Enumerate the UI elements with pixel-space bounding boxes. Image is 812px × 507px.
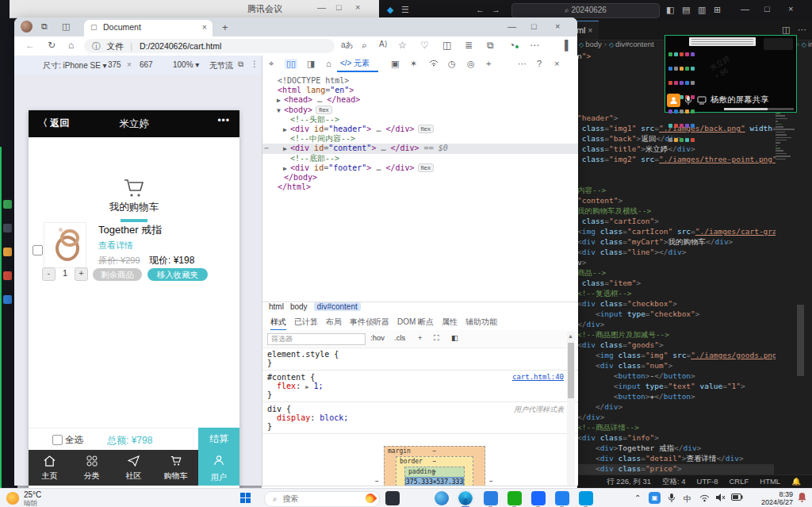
welcome-home-icon[interactable]: ⌂ xyxy=(326,59,331,68)
tab-actions-icon[interactable]: ◫ xyxy=(62,21,70,32)
remaining-goods-button[interactable]: 剩余商品 xyxy=(93,268,142,281)
more-menu-icon[interactable]: ⋯ xyxy=(530,40,539,51)
item-detail-link[interactable]: 查看详情 xyxy=(98,240,133,252)
device-width-field[interactable]: 375 xyxy=(108,60,121,69)
forward-icon[interactable]: → xyxy=(492,5,500,14)
cls-toggle[interactable]: .cls xyxy=(394,333,405,342)
tab-document[interactable]: ▢ Document × xyxy=(84,20,213,36)
styles-tab[interactable]: DOM 断点 xyxy=(397,314,434,329)
status-item[interactable]: 空格: 4 xyxy=(662,475,686,488)
desktop-icon[interactable] xyxy=(3,295,12,304)
home-icon[interactable]: ⌂ xyxy=(68,40,74,51)
styles-scrollbar[interactable]: ▲▼ xyxy=(567,332,575,486)
vscode-close-button[interactable]: × xyxy=(788,4,793,13)
tree-node[interactable]: <!DOCTYPE html> xyxy=(262,76,578,86)
devtools-close-icon[interactable]: × xyxy=(554,59,559,68)
nav-item-grid[interactable]: 分类 xyxy=(71,450,113,486)
meeting-maximize-button[interactable]: □ xyxy=(336,2,342,12)
devtools-more-icon[interactable]: ⋯ xyxy=(518,59,527,69)
desktop-icon[interactable] xyxy=(3,224,12,232)
favorite-icon[interactable]: ☆ xyxy=(398,40,407,51)
nav-item-plane[interactable]: 社区 xyxy=(113,450,155,486)
layout-split-icon[interactable]: ▥ xyxy=(698,5,706,15)
sidebar-toggle-icon[interactable]: ▐ xyxy=(561,40,569,51)
browser-minimize-button[interactable]: — xyxy=(508,21,516,31)
new-style-rule-icon[interactable]: + xyxy=(418,333,423,342)
menu-icon[interactable]: ☰ xyxy=(401,5,409,15)
notification-bell-icon[interactable] xyxy=(798,492,806,504)
breadcrumb-item[interactable]: body xyxy=(290,302,308,311)
desktop-icon[interactable] xyxy=(3,248,12,256)
desktop-icon[interactable] xyxy=(3,200,12,209)
meeting-minimize-button[interactable]: — xyxy=(317,2,326,12)
throttle-select[interactable]: 无节流 xyxy=(209,60,233,71)
box-model-diagram[interactable]: margin− border− padding− 375.333×537.333… xyxy=(348,444,519,486)
more-tools-icon[interactable]: + xyxy=(486,59,491,68)
nav-item-cart[interactable]: 购物车 xyxy=(155,450,197,486)
nav-item-home[interactable]: 主页 xyxy=(29,450,71,486)
computed-sidebar-icon[interactable]: ◧ xyxy=(451,333,458,342)
meeting-app-tray-icon[interactable]: ▣ xyxy=(649,492,661,504)
breadcrumb-item[interactable]: html xyxy=(269,302,284,311)
zoom-icon[interactable]: ⌕ xyxy=(362,40,367,51)
styles-tab[interactable]: 样式 xyxy=(270,314,286,331)
styles-tab[interactable]: 已计算 xyxy=(294,314,318,329)
battery-icon[interactable] xyxy=(731,494,743,502)
tree-node[interactable]: <!--头部--> xyxy=(262,115,578,125)
copy-page-icon[interactable]: ⧉ xyxy=(487,40,494,51)
tree-node[interactable]: ▼<body>flex xyxy=(262,106,578,115)
styles-tab[interactable]: 属性 xyxy=(442,314,458,329)
qty-input[interactable]: 1 xyxy=(59,268,71,278)
clock[interactable]: 8:392024/6/27 xyxy=(752,490,793,506)
help-icon[interactable]: ? xyxy=(537,59,542,68)
meeting-window-titlebar[interactable]: 腾讯会议 — □ × xyxy=(10,0,379,18)
essentials-icon[interactable]: ♡ xyxy=(420,40,429,51)
checkout-button[interactable]: 结算 xyxy=(198,428,239,450)
qty-minus-button[interactable]: - xyxy=(42,267,56,281)
back-icon[interactable]: ← xyxy=(25,40,35,51)
tree-node[interactable]: ⋯▶<div id="content"> … </div> == $0 xyxy=(262,144,578,153)
move-to-favorites-button[interactable]: 移入收藏夹 xyxy=(147,268,208,281)
breadcrumb-item[interactable]: img xyxy=(808,40,812,48)
split-editor-icon[interactable]: ◫ xyxy=(782,25,790,35)
elements-tree[interactable]: <!DOCTYPE html><html lang="en">▶<head> …… xyxy=(262,76,578,192)
taskbar-app-app-doc[interactable] xyxy=(531,491,546,505)
status-item[interactable]: 行 226, 列 31 xyxy=(607,475,651,488)
device-more-icon[interactable]: ⋮ xyxy=(251,60,259,68)
taskbar-app-app-green[interactable] xyxy=(508,491,522,505)
console-icon[interactable]: ▣ xyxy=(391,59,399,69)
device-height-field[interactable]: 667 xyxy=(140,60,153,69)
extensions-icon[interactable]: ◔ xyxy=(509,40,515,51)
device-toolbar-icon[interactable]: ▯▯ xyxy=(285,59,297,69)
taskbar-app-browser-e[interactable] xyxy=(435,491,449,505)
breadcrumb-item[interactable]: body xyxy=(585,40,602,48)
vscode-minimize-button[interactable]: — xyxy=(741,4,749,13)
inspect-icon[interactable]: ⌖ xyxy=(269,59,274,69)
volume-muted-icon[interactable] xyxy=(715,493,726,504)
tree-node[interactable]: ▶<div id="footer"> … </div>flex xyxy=(262,163,578,173)
zoom-select[interactable]: 100% ▾ xyxy=(173,60,199,69)
elements-breadcrumb[interactable]: htmlbodydiv#content xyxy=(262,302,578,315)
qty-plus-button[interactable]: + xyxy=(75,267,88,281)
rotate-icon[interactable]: ⧉ xyxy=(238,60,243,69)
styles-tab[interactable]: 布局 xyxy=(326,314,342,329)
hov-toggle[interactable]: :hov xyxy=(370,333,385,342)
tray-chevron-icon[interactable]: ⌃ xyxy=(634,494,641,502)
device-select[interactable]: 尺寸: iPhone SE ▾ xyxy=(43,60,107,71)
tab-close-icon[interactable]: × xyxy=(588,25,592,35)
network-icon[interactable] xyxy=(429,59,439,68)
performance-icon[interactable]: ◷ xyxy=(448,59,456,69)
nav-item-user[interactable]: 用户 xyxy=(198,450,239,486)
tree-node[interactable]: <html lang="en"> xyxy=(262,86,578,95)
taskbar-app-edge[interactable] xyxy=(458,491,473,505)
tree-node[interactable]: <!--中间内容--> xyxy=(262,134,578,144)
editor-scrollbar[interactable] xyxy=(797,305,804,376)
styles-tab[interactable]: 事件侦听器 xyxy=(350,314,389,329)
breadcrumb-item[interactable]: div#content xyxy=(615,40,654,48)
toggle-element-state-icon[interactable]: ⛶ xyxy=(434,333,439,343)
browser-maximize-button[interactable]: □ xyxy=(531,21,537,31)
browser-close-button[interactable]: × xyxy=(555,21,560,31)
tree-node[interactable]: ▶<div id="header"> … </div>flex xyxy=(262,125,578,134)
settings-icon[interactable]: ◎ xyxy=(467,59,475,69)
tree-node[interactable]: </body> xyxy=(262,173,578,182)
